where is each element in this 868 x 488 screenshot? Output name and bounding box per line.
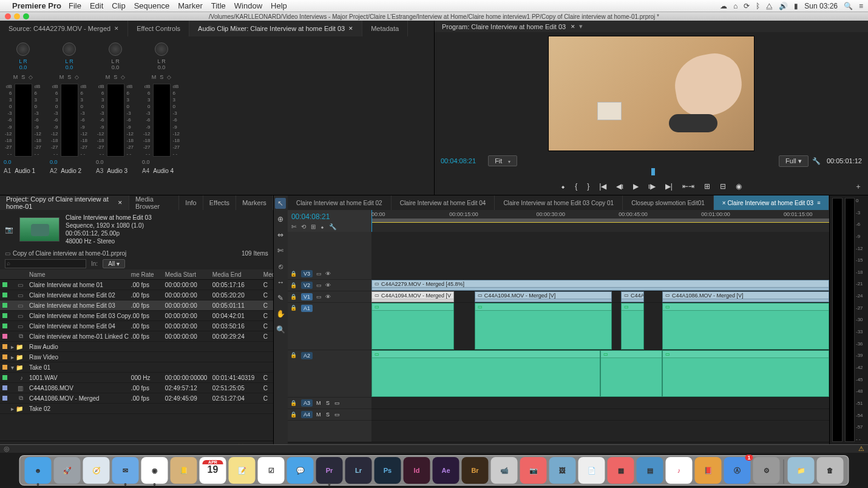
sequence-thumbnail[interactable]	[19, 217, 59, 242]
transport-button[interactable]: ◉	[736, 182, 742, 191]
transport-button[interactable]: ⊞	[704, 182, 710, 191]
table-row[interactable]: ▭ Claire Interview at home Edit 02 .00 f…	[0, 290, 273, 300]
minimize-window-button[interactable]	[14, 13, 20, 19]
timeline-clip[interactable]: ▭	[475, 303, 612, 350]
dock-indesign-icon[interactable]: Id	[404, 457, 430, 484]
track-id[interactable]: V3	[301, 270, 313, 277]
timeline-clip[interactable]: ▭ C44A1094.MOV - Merged [V]	[475, 291, 612, 302]
lock-icon[interactable]: 🔒	[290, 352, 297, 358]
timeline-sequence-tab[interactable]: Claire Interview at home Edit 02	[288, 195, 392, 210]
timeline-tool-icon[interactable]: 🔧	[329, 223, 336, 230]
program-panel-menu-icon[interactable]: ▾	[579, 22, 583, 30]
lock-icon[interactable]: 🔒	[290, 294, 297, 300]
video-track-header[interactable]: 🔒V2▭👁	[288, 280, 371, 291]
source-tab[interactable]: Metadata	[362, 21, 408, 36]
track-id[interactable]: A1	[301, 305, 313, 312]
label-color-chip[interactable]	[2, 344, 7, 349]
timeline-clip[interactable]: ▭ C44A1086.MOV - Merged [V]	[662, 291, 829, 302]
timeline-clip[interactable]: ▭	[600, 350, 662, 397]
dock-calendar-icon[interactable]: APR19	[200, 457, 226, 484]
menu-title[interactable]: Title	[211, 1, 226, 10]
project-tab[interactable]: Markers	[236, 195, 273, 210]
dock-safari-icon[interactable]: 🧭	[83, 457, 110, 484]
label-color-chip[interactable]	[2, 324, 7, 328]
project-tab[interactable]: Info	[179, 195, 203, 210]
dock-launchpad-icon[interactable]: 🚀	[54, 457, 81, 484]
menu-help[interactable]: Help	[271, 1, 287, 10]
tab-close-icon[interactable]: ✕	[348, 25, 353, 32]
timeline-clip[interactable]: ▭	[621, 303, 644, 350]
dock-keynote-icon[interactable]: ▤	[637, 457, 663, 484]
transport-button[interactable]: ◀ι	[616, 182, 623, 191]
bluetooth-icon[interactable]: ᛒ	[756, 2, 760, 10]
timeline-sequence-tab[interactable]: Claire Interview at home Edit 04	[392, 195, 495, 210]
table-row[interactable]: ▸ 📁 Raw Audio	[0, 342, 273, 352]
toggle-sync-icon[interactable]: 👁	[325, 271, 331, 277]
dock-contacts-icon[interactable]: 📒	[171, 457, 197, 484]
label-color-chip[interactable]	[2, 385, 7, 390]
mso-toggle[interactable]: S	[67, 74, 71, 80]
col-start[interactable]: Media Start	[165, 271, 212, 278]
pan-knob[interactable]	[16, 42, 30, 56]
wifi-icon[interactable]: ⧋	[766, 2, 773, 10]
dropbox-icon[interactable]: ⌂	[733, 2, 737, 10]
pan-knob[interactable]	[155, 42, 168, 56]
battery-icon[interactable]: ▮	[794, 2, 798, 10]
timeline-clip[interactable]: ▭ C44A2279.MOV - Merged [45.8%]	[371, 280, 829, 291]
pan-value[interactable]: 0.0	[4, 64, 42, 70]
cloud-icon[interactable]: ☁	[720, 2, 727, 10]
dock-lightroom-icon[interactable]: Lr	[345, 457, 372, 484]
transport-button[interactable]: ▶	[633, 182, 639, 191]
timeline-clip[interactable]: ▭	[371, 303, 454, 350]
table-row[interactable]: ⧉ Claire interview at home-01 Linked C .…	[0, 331, 273, 342]
track-id[interactable]: A3	[301, 399, 313, 407]
tool-button[interactable]: ⊕	[275, 214, 286, 225]
audio-track-header[interactable]: 🔒A2	[288, 350, 371, 398]
mso-toggle[interactable]: ◇	[121, 74, 125, 80]
label-color-chip[interactable]	[2, 354, 7, 359]
table-row[interactable]: ▭ Claire Interview at home 01 .00 fps 00…	[0, 280, 273, 290]
menubar-clock[interactable]: Sun 03:26	[804, 2, 838, 10]
mso-toggle[interactable]: M	[152, 74, 157, 80]
tool-button[interactable]: ✎	[275, 293, 286, 303]
transport-button[interactable]: }	[587, 182, 589, 191]
settings-wrench-icon[interactable]: 🔧	[812, 157, 821, 165]
audio-track-header[interactable]: 🔒A3M S ▭	[288, 398, 371, 409]
program-playhead[interactable]	[651, 168, 655, 175]
menu-sequence[interactable]: Sequence	[134, 1, 170, 10]
label-color-chip[interactable]	[2, 396, 7, 401]
dock-finder-icon[interactable]: ☻	[25, 457, 52, 484]
dock-appstore-icon[interactable]: Ⓐ1	[724, 457, 751, 484]
dock-trash-icon[interactable]: 🗑	[817, 457, 844, 484]
dock-ibooks-icon[interactable]: 📕	[695, 457, 722, 484]
add-button-icon[interactable]: ＋	[855, 181, 862, 192]
tool-button[interactable]: ⎋	[275, 261, 286, 272]
label-color-chip[interactable]	[2, 313, 7, 318]
spotlight-icon[interactable]: 🔍	[844, 2, 853, 10]
mso-toggle[interactable]: M	[106, 74, 110, 80]
dock-mail-icon[interactable]: ✉	[112, 457, 139, 484]
menu-window[interactable]: Window	[234, 1, 262, 10]
dock-premiere-icon[interactable]: Pr	[316, 457, 343, 484]
tab-close-icon[interactable]: ✕	[114, 25, 119, 32]
video-track-header[interactable]: 🔒V1▭👁	[288, 291, 371, 303]
table-row[interactable]: ▭ Claire Interview at home Edit 03 Copy …	[0, 311, 273, 321]
dock-facetime-icon[interactable]: 📹	[491, 457, 518, 484]
table-row[interactable]: ⧉ C44A1086.MOV - Merged .00 fps 02:49:45…	[0, 393, 273, 404]
dock-photobooth-icon[interactable]: 📷	[520, 457, 547, 484]
fader-value[interactable]: 0.0	[4, 159, 42, 165]
timeline-clip[interactable]: ▭ C44A	[621, 291, 644, 302]
menu-file[interactable]: File	[69, 1, 81, 10]
toggle-sync-icon[interactable]: 👁	[325, 282, 331, 288]
timeline-clip[interactable]: ▭	[662, 350, 829, 397]
dock-messages-icon[interactable]: 💬	[287, 457, 314, 484]
fader-value[interactable]: 0.0	[96, 159, 135, 165]
source-tab[interactable]: Audio Clip Mixer: Claire Interview at ho…	[189, 21, 362, 36]
tool-button[interactable]: 🔍	[275, 324, 286, 335]
dock-chrome-icon[interactable]: ◉	[141, 457, 168, 484]
col-name[interactable]: Name	[25, 271, 131, 278]
volume-icon[interactable]: 🔊	[779, 2, 788, 10]
dock-sysprefs-icon[interactable]: ⚙	[753, 457, 780, 484]
label-color-chip[interactable]	[2, 293, 7, 297]
lock-icon[interactable]: 🔒	[290, 271, 297, 277]
